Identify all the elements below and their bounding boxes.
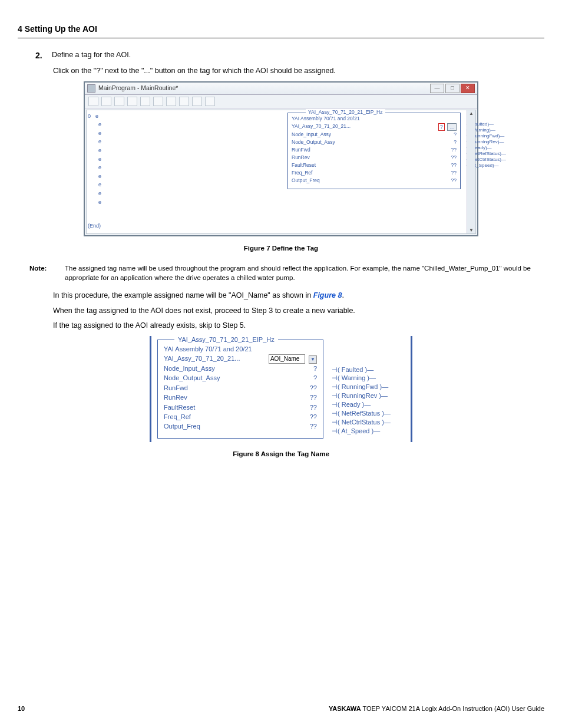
tool-icon[interactable] <box>166 97 176 106</box>
note-text: The assigned tag name will be used throu… <box>65 263 544 282</box>
ladder-block: YAI_Assy_70_71_20_21_EIP_Hz YAI Assembly… <box>157 340 323 439</box>
ladder-subtitle: YAI Assembly 70/71 and 20/21 <box>164 345 317 354</box>
figure-8-link[interactable]: Figure 8 <box>313 291 342 299</box>
rung-column: 0e e e e e e e e e e e (End) <box>87 110 115 233</box>
step-number: 2. <box>35 50 46 62</box>
maximize-button[interactable]: □ <box>445 84 459 93</box>
figure-8-caption: Figure 8 Assign the Tag Name <box>18 449 544 459</box>
tool-icon[interactable] <box>179 97 189 106</box>
paragraph: In this procedure, the example assigned … <box>53 291 544 301</box>
paragraph: When the tag assigned to the AOI does no… <box>53 306 544 317</box>
scroll-up-icon[interactable]: ▲ <box>469 110 474 117</box>
section-header: 4 Setting Up the AOI <box>18 24 544 38</box>
app-icon <box>87 84 95 93</box>
window-titlebar: MainProgram - MainRoutine* — □ ✕ <box>85 83 477 95</box>
tool-icon[interactable] <box>127 97 137 106</box>
tool-icon[interactable] <box>88 97 98 106</box>
note-label: Note: <box>29 263 65 282</box>
paragraph: If the tag assigned to the AOI already e… <box>53 321 544 331</box>
tool-icon[interactable] <box>140 97 150 106</box>
figure-7-caption: Figure 7 Define the Tag <box>18 243 544 253</box>
tag-question-button[interactable]: ? <box>438 123 445 131</box>
step-title: Define a tag for the AOI. <box>52 50 131 62</box>
tool-icon[interactable] <box>101 97 111 106</box>
ladder-outputs: Faulted Warning RunningFwd RunningRev Re… <box>332 365 391 436</box>
note: Note: The assigned tag name will be used… <box>29 263 544 282</box>
close-button[interactable]: ✕ <box>461 84 475 93</box>
tag-name-input[interactable]: AOI_Name <box>269 354 305 364</box>
app-window: MainProgram - MainRoutine* — □ ✕ 0e e <box>84 81 478 236</box>
ladder-block-title: YAI_Assy_70_71_20_21_EIP_Hz <box>174 335 278 344</box>
tool-icon[interactable] <box>114 97 124 106</box>
ladder-block-title: YAI_Assy_70_71_20_21_EIP_Hz <box>306 109 385 116</box>
tool-icon[interactable] <box>205 97 215 106</box>
dropdown-icon[interactable]: ▼ <box>309 355 317 364</box>
tool-icon[interactable] <box>192 97 202 106</box>
vertical-scrollbar[interactable]: ▲ ▼ <box>467 110 475 233</box>
scroll-down-icon[interactable]: ▼ <box>469 227 474 233</box>
step-2: 2. Define a tag for the AOI. <box>35 50 544 62</box>
tool-icon[interactable] <box>153 97 163 106</box>
toolbar <box>85 95 477 108</box>
figure-8: YAI_Assy_70_71_20_21_EIP_Hz YAI Assembly… <box>150 336 412 442</box>
routine-area: 0e e e e e e e e e e e (End) YAI_Assy_70… <box>86 110 476 234</box>
ladder-block: YAI_Assy_70_71_20_21_EIP_Hz YAI Assembly… <box>287 113 461 189</box>
figure-7: MainProgram - MainRoutine* — □ ✕ 0e e <box>84 81 478 236</box>
ladder-subtitle: YAI Assembly 70/71 and 20/21 <box>292 116 457 123</box>
minimize-button[interactable]: — <box>430 84 444 93</box>
window-title: MainProgram - MainRoutine* <box>98 84 178 93</box>
step-instruction: Click on the "?" next to the "..." butto… <box>53 66 544 77</box>
tag-ellipsis-button[interactable]: ... <box>447 123 457 131</box>
